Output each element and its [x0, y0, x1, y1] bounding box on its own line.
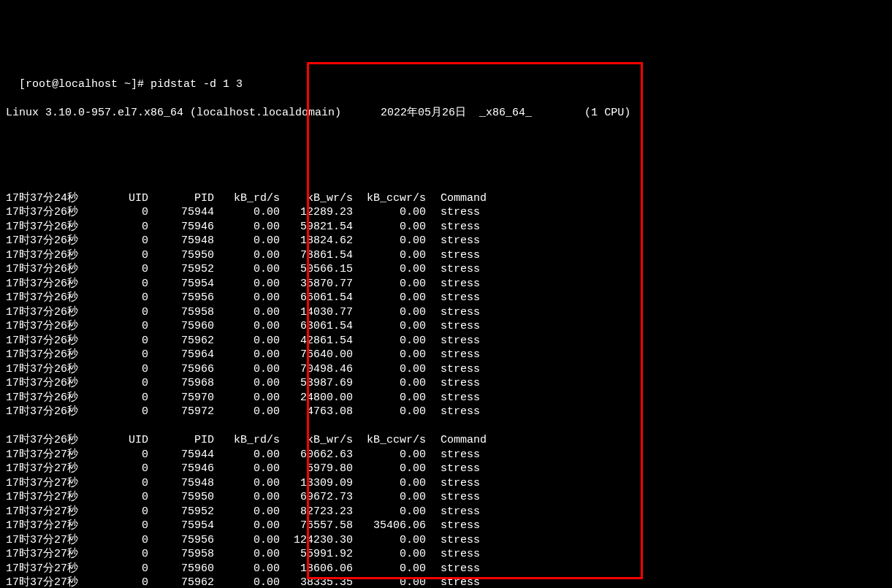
table-row: 17时37分27秒0759580.0055991.920.00stress — [6, 547, 886, 562]
table-row: 17时37分26秒0759500.0078861.540.00stress — [6, 248, 886, 263]
kbccwr-cell: 0.00 — [353, 376, 426, 391]
kbwr-cell: 59821.54 — [280, 220, 353, 234]
time-cell: 17时37分26秒 — [6, 262, 104, 277]
table-row: 17时37分27秒0759600.0018606.060.00stress — [6, 562, 886, 576]
kbccwr-cell: 0.00 — [353, 319, 426, 334]
kbccwr-cell: 0.00 — [353, 305, 426, 320]
uid-cell: 0 — [104, 248, 148, 263]
command-cell: stress — [426, 533, 528, 548]
kbccwr-cell: 0.00 — [353, 405, 426, 419]
time-cell: 17时37分26秒 — [6, 234, 104, 248]
table-row: 17时37分27秒0759540.0076557.5835406.06stres… — [6, 519, 886, 533]
shell-prompt[interactable]: [root@localhost ~]# pidstat -d 1 3 — [19, 78, 243, 91]
kbrd-cell: 0.00 — [214, 248, 280, 263]
pid-cell: 75964 — [148, 348, 214, 362]
command-cell: stress — [426, 234, 528, 248]
table-row: 17时37分26秒0759700.0024800.000.00stress — [6, 391, 886, 405]
uid-cell: 0 — [104, 562, 148, 576]
uid-cell: 0 — [104, 376, 148, 391]
command-cell: stress — [426, 248, 528, 263]
pid-cell: 75966 — [148, 362, 214, 377]
command-cell: stress — [426, 334, 528, 348]
time-cell: 17时37分26秒 — [6, 319, 104, 334]
uid-cell: 0 — [104, 348, 148, 362]
time-cell: 17时37分27秒 — [6, 505, 104, 519]
uid-cell: 0 — [104, 476, 148, 491]
kbwr-cell: 24800.00 — [280, 391, 353, 405]
kbrd-cell: 0.00 — [214, 362, 280, 377]
time-cell: 17时37分27秒 — [6, 462, 104, 476]
kbccwr-cell: 0.00 — [353, 533, 426, 548]
pid-cell: 75952 — [148, 262, 214, 277]
table-row: 17时37分26秒0759540.0035870.770.00stress — [6, 277, 886, 291]
system-info-line: Linux 3.10.0-957.el7.x86_64 (localhost.l… — [6, 106, 886, 121]
kbccwr-cell: 0.00 — [353, 576, 426, 588]
kbrd-cell: 0.00 — [214, 448, 280, 462]
kbccwr-cell: 0.00 — [353, 547, 426, 562]
command-cell: stress — [426, 405, 528, 419]
terminal-output: [root@localhost ~]# pidstat -d 1 3 Linux… — [6, 63, 886, 588]
kbrd-cell: 0.00 — [214, 533, 280, 548]
kbrd-cell: 0.00 — [214, 519, 280, 533]
uid-cell: 0 — [104, 262, 148, 277]
kbccwr-cell: 0.00 — [353, 234, 426, 248]
table-row: 17时37分27秒0759440.0060662.630.00stress — [6, 448, 886, 462]
command-cell: stress — [426, 305, 528, 320]
time-cell: 17时37分27秒 — [6, 547, 104, 562]
uid-cell: 0 — [104, 220, 148, 234]
table-row: 17时37分26秒0759580.0014030.770.00stress — [6, 305, 886, 320]
kbwr-cell: 78861.54 — [280, 248, 353, 263]
kbrd-cell: 0.00 — [214, 476, 280, 491]
blank-line — [6, 148, 886, 163]
kbwr-cell: 63061.54 — [280, 319, 353, 334]
table-row: 17时37分26秒0759520.0050566.150.00stress — [6, 262, 886, 277]
uid-cell: 0 — [104, 448, 148, 462]
command-cell: stress — [426, 448, 528, 462]
kbrd-cell: kB_rd/s — [214, 433, 280, 448]
command-cell: stress — [426, 376, 528, 391]
time-cell: 17时37分26秒 — [6, 305, 104, 320]
pid-cell: 75946 — [148, 462, 214, 476]
table-row: 17时37分26秒0759440.0012289.230.00stress — [6, 205, 886, 220]
time-cell: 17时37分26秒 — [6, 376, 104, 391]
kbrd-cell: 0.00 — [214, 234, 280, 248]
kbccwr-cell: kB_ccwr/s — [353, 191, 426, 206]
uid-cell: UID — [104, 191, 148, 206]
kbrd-cell: 0.00 — [214, 505, 280, 519]
uid-cell: 0 — [104, 205, 148, 220]
command-cell: stress — [426, 562, 528, 576]
uid-cell: 0 — [104, 533, 148, 548]
blank-line — [6, 419, 886, 434]
prompt-text: [root@localhost ~]# — [19, 78, 150, 91]
command-cell: stress — [426, 277, 528, 291]
time-cell: 17时37分26秒 — [6, 205, 104, 220]
kbwr-cell: 35870.77 — [280, 277, 353, 291]
kbrd-cell: 0.00 — [214, 205, 280, 220]
table-row: 17时37分26秒0759680.0053987.690.00stress — [6, 376, 886, 391]
time-cell: 17时37分26秒 — [6, 391, 104, 405]
kbccwr-cell: 0.00 — [353, 462, 426, 476]
time-cell: 17时37分26秒 — [6, 220, 104, 234]
kbrd-cell: 0.00 — [214, 490, 280, 505]
time-cell: 17时37分27秒 — [6, 533, 104, 548]
kbccwr-cell: 0.00 — [353, 291, 426, 305]
command-text: pidstat -d 1 3 — [150, 78, 243, 91]
kbwr-cell: 76557.58 — [280, 519, 353, 533]
command-cell: stress — [426, 362, 528, 377]
kbwr-cell: 4763.08 — [280, 405, 353, 419]
uid-cell: 0 — [104, 391, 148, 405]
time-cell: 17时37分24秒 — [6, 191, 104, 206]
pid-cell: 75950 — [148, 490, 214, 505]
table-header-row: 17时37分26秒UIDPIDkB_rd/skB_wr/skB_ccwr/sCo… — [6, 433, 886, 448]
pid-cell: 75970 — [148, 391, 214, 405]
command-cell: stress — [426, 462, 528, 476]
kbccwr-cell: 0.00 — [353, 562, 426, 576]
time-cell: 17时37分26秒 — [6, 291, 104, 305]
kbccwr-cell: 0.00 — [353, 262, 426, 277]
kbwr-cell: 42861.54 — [280, 334, 353, 348]
pid-cell: 75944 — [148, 448, 214, 462]
pid-cell: PID — [148, 433, 214, 448]
kbccwr-cell: 0.00 — [353, 334, 426, 348]
kbwr-cell: 50566.15 — [280, 262, 353, 277]
pid-cell: PID — [148, 191, 214, 206]
